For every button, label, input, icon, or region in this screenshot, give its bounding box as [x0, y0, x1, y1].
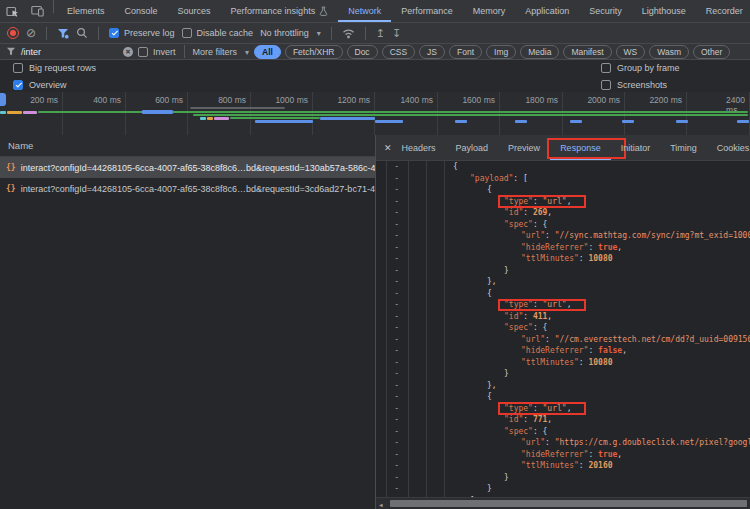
fold-marker-icon[interactable] [394, 219, 399, 231]
filter-toggle-button[interactable] [57, 28, 69, 39]
code-token: : [523, 415, 533, 424]
fold-marker-icon[interactable] [394, 161, 399, 173]
screenshots-checkbox[interactable]: Screenshots [601, 80, 667, 90]
tab-label: Security [589, 6, 622, 16]
fold-marker-icon[interactable] [394, 242, 399, 254]
fold-marker-icon[interactable] [394, 449, 399, 461]
fold-marker-icon[interactable] [394, 483, 399, 495]
throttling-select[interactable]: No throttling [260, 28, 321, 38]
disable-cache-checkbox[interactable]: Disable cache [182, 28, 254, 38]
network-conditions-button[interactable] [342, 28, 355, 39]
tab-console[interactable]: Console [115, 0, 168, 22]
close-icon[interactable] [384, 143, 392, 153]
tab-performance[interactable]: Performance [391, 0, 463, 22]
filter-pill-wasm[interactable]: Wasm [649, 45, 689, 59]
detail-tab-initiator[interactable]: Initiator [611, 135, 661, 160]
tab-security[interactable]: Security [579, 0, 632, 22]
group-by-frame-checkbox[interactable]: Group by frame [601, 63, 680, 73]
fold-marker-icon[interactable] [394, 196, 399, 208]
checkbox[interactable] [601, 63, 611, 73]
fold-marker-icon[interactable] [394, 311, 399, 323]
scrollbar-thumb[interactable] [390, 500, 747, 507]
filter-pill-img[interactable]: Img [486, 45, 516, 59]
network-request-row[interactable]: interact?configId=44268105-6cca-4007-af6… [0, 178, 375, 199]
fold-marker-icon[interactable] [394, 322, 399, 334]
clear-filter-icon[interactable] [123, 47, 133, 57]
fold-marker-icon[interactable] [394, 334, 399, 346]
filter-pill-manifest[interactable]: Manifest [563, 45, 611, 59]
network-request-row[interactable]: interact?configId=44268105-6cca-4007-af6… [0, 157, 375, 178]
more-filters-dropdown[interactable]: More filters [193, 47, 250, 57]
clear-network-log-button[interactable] [26, 26, 36, 40]
fold-marker-icon[interactable] [394, 472, 399, 484]
detail-tab-response[interactable]: Response [550, 135, 611, 160]
invert-filter-checkbox[interactable]: Invert [138, 47, 176, 57]
tab-lighthouse[interactable]: Lighthouse [632, 0, 696, 22]
big-request-rows-checkbox[interactable]: Big request rows [13, 63, 96, 73]
filter-pill-font[interactable]: Font [449, 45, 482, 59]
tab-recorder[interactable]: Recorder [696, 0, 750, 22]
tab-memory[interactable]: Memory [463, 0, 516, 22]
checkbox[interactable] [601, 80, 611, 90]
fold-marker-icon[interactable] [394, 391, 399, 403]
fold-marker-icon[interactable] [394, 403, 399, 415]
fold-marker-icon[interactable] [394, 299, 399, 311]
detail-tab-cookies[interactable]: Cookies [707, 135, 750, 160]
checkbox[interactable] [109, 28, 119, 38]
tab-sources[interactable]: Sources [168, 0, 221, 22]
import-har-button[interactable] [376, 27, 385, 40]
scroll-left-icon[interactable] [379, 500, 383, 509]
checkbox[interactable] [13, 80, 23, 90]
fold-marker-icon[interactable] [394, 265, 399, 277]
detail-tab-preview[interactable]: Preview [498, 135, 550, 160]
filter-pill-media[interactable]: Media [520, 45, 559, 59]
fold-marker-icon[interactable] [394, 357, 399, 369]
inspect-element-button[interactable] [0, 0, 25, 22]
filter-pill-ws[interactable]: WS [616, 45, 646, 59]
checkbox[interactable] [13, 63, 23, 73]
checkbox[interactable] [138, 47, 148, 57]
overview-checkbox[interactable]: Overview [13, 80, 67, 90]
fold-marker-icon[interactable] [394, 460, 399, 472]
tab-elements[interactable]: Elements [57, 0, 115, 22]
fold-marker-icon[interactable] [394, 345, 399, 357]
device-toolbar-button[interactable] [25, 0, 50, 22]
filter-pill-all[interactable]: All [254, 45, 281, 59]
filter-pill-doc[interactable]: Doc [347, 45, 378, 59]
code-token: : [588, 346, 598, 355]
tab-application[interactable]: Application [515, 0, 579, 22]
filter-pill-js[interactable]: JS [419, 45, 445, 59]
code-token: : [545, 335, 555, 344]
detail-tab-payload[interactable]: Payload [446, 135, 499, 160]
fold-marker-icon[interactable] [394, 437, 399, 449]
horizontal-scrollbar[interactable] [376, 497, 750, 509]
tab-performance-insights[interactable]: Performance insights [221, 0, 339, 22]
fold-marker-icon[interactable] [394, 207, 399, 219]
fold-marker-icon[interactable] [394, 380, 399, 392]
fold-marker-icon[interactable] [394, 276, 399, 288]
export-har-button[interactable] [392, 27, 401, 40]
filter-pill-css[interactable]: CSS [382, 45, 415, 59]
network-overview-timeline[interactable]: 200 ms400 ms600 ms800 ms1000 ms1200 ms14… [0, 92, 750, 136]
fold-marker-icon[interactable] [394, 368, 399, 380]
preserve-log-checkbox[interactable]: Preserve log [109, 28, 175, 38]
fold-marker-icon[interactable] [394, 288, 399, 300]
fold-marker-icon[interactable] [394, 173, 399, 185]
fold-marker-icon[interactable] [394, 230, 399, 242]
checkbox[interactable] [182, 28, 192, 38]
detail-tab-timing[interactable]: Timing [660, 135, 707, 160]
record-network-log-button[interactable] [7, 27, 19, 39]
name-column-header[interactable]: Name [0, 135, 375, 157]
fold-marker-icon[interactable] [394, 426, 399, 438]
detail-tab-headers[interactable]: Headers [392, 135, 446, 160]
overview-range-handle[interactable] [0, 93, 6, 106]
fold-marker-icon[interactable] [394, 414, 399, 426]
filter-pill-fetch-xhr[interactable]: Fetch/XHR [285, 45, 343, 59]
filter-input[interactable]: /inter [21, 47, 133, 57]
fold-marker-icon[interactable] [394, 184, 399, 196]
search-button[interactable] [76, 27, 88, 39]
fold-marker-icon[interactable] [394, 253, 399, 265]
filter-pill-other[interactable]: Other [693, 45, 730, 59]
tab-network[interactable]: Network [338, 0, 391, 22]
response-code-viewer[interactable]: {"payload": [{"type": "url","id": 269,"s… [376, 161, 750, 509]
